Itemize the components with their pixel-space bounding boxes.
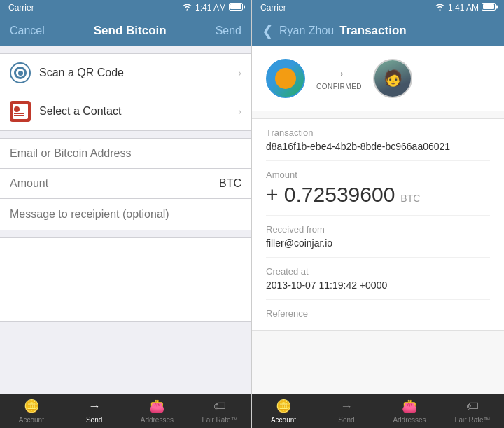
right-wifi-icon — [435, 3, 445, 13]
left-time: 1:41 AM — [195, 3, 226, 13]
fairrate-icon-right: 🏷 — [466, 399, 479, 414]
avatar-photo-inner: 🧑 — [374, 60, 411, 97]
send-icon-left: → — [88, 399, 101, 414]
tab-account-right-label: Account — [271, 416, 296, 424]
amount-value: + 0.72539600 — [266, 183, 395, 207]
tab-send-right[interactable]: → Send — [315, 394, 378, 428]
tab-addresses-left[interactable]: 👛 Addresses — [126, 394, 189, 428]
amount-input[interactable] — [10, 169, 219, 198]
scan-qr-item[interactable]: Scan a QR Code › — [0, 54, 251, 92]
contact-name-link[interactable]: Ryan Zhou — [279, 25, 334, 37]
send-button[interactable]: Send — [216, 25, 241, 37]
received-value: filler@coinjar.io — [266, 237, 490, 249]
amount-row-right: Amount + 0.72539600 BTC — [266, 161, 490, 216]
amount-row: BTC — [0, 169, 251, 199]
addresses-icon-right: 👛 — [402, 399, 417, 414]
tab-fairrate-left[interactable]: 🏷 Fair Rate™ — [188, 394, 251, 428]
right-nav-title: Transaction — [340, 24, 406, 38]
transaction-arrow: → — [333, 67, 346, 81]
account-icon-right: 🪙 — [276, 399, 291, 414]
tab-account-right[interactable]: 🪙 Account — [252, 394, 315, 428]
tab-send-left[interactable]: → Send — [63, 394, 126, 428]
fairrate-icon-left: 🏷 — [214, 399, 226, 414]
sender-avatar — [266, 59, 305, 98]
created-value: 2013-10-07 11:19:42 +0000 — [266, 279, 490, 291]
tab-fairrate-right[interactable]: 🏷 Fair Rate™ — [441, 394, 504, 428]
right-status-bar: Carrier 1:41 AM — [252, 0, 504, 15]
right-nav-bar: ❮ Ryan Zhou Transaction — [252, 15, 504, 46]
reference-label: Reference — [266, 308, 490, 319]
confirmed-label: CONFIRMED — [316, 83, 362, 90]
right-tab-bar: 🪙 Account → Send 👛 Addresses 🏷 Fair Rate… — [252, 394, 504, 428]
created-at-row: Created at 2013-10-07 11:19:42 +0000 — [266, 258, 490, 300]
reference-row: Reference — [266, 300, 490, 330]
account-icon: 🪙 — [24, 399, 39, 414]
transaction-label: Transaction — [266, 127, 490, 138]
message-input[interactable] — [0, 199, 251, 230]
tab-addresses-left-label: Addresses — [141, 416, 174, 424]
transaction-header: → CONFIRMED 🧑 — [252, 46, 504, 111]
left-panel: Carrier 1:41 AM Cancel Send Bitcoin Send — [0, 0, 252, 428]
confirmed-area: → CONFIRMED — [316, 67, 362, 90]
select-contact-item[interactable]: Select a Contact › — [0, 92, 251, 130]
tab-account-left[interactable]: 🪙 Account — [0, 394, 63, 428]
received-from-row: Received from filler@coinjar.io — [266, 216, 490, 258]
back-button[interactable]: ❮ — [262, 22, 274, 39]
cancel-button[interactable]: Cancel — [10, 25, 45, 37]
received-label: Received from — [266, 224, 490, 235]
transaction-id-row: Transaction d8a16f1b-ebe4-4b2b-8bde-bc96… — [266, 119, 490, 161]
created-label: Created at — [266, 266, 490, 277]
left-carrier: Carrier — [8, 3, 34, 13]
receiver-avatar: 🧑 — [373, 59, 412, 98]
select-contact-label: Select a Contact — [39, 105, 238, 118]
contact-icon — [10, 101, 31, 122]
scan-qr-label: Scan a QR Code — [39, 67, 238, 79]
avatar-inner — [275, 68, 296, 89]
right-panel: Carrier 1:41 AM ❮ Ryan Zhou Transaction — [252, 0, 504, 428]
amount-currency-right: BTC — [400, 193, 420, 204]
amount-label-right: Amount — [266, 170, 490, 180]
left-tab-bar: 🪙 Account → Send 👛 Addresses 🏷 Fair Rate… — [0, 394, 251, 428]
send-icon-right: → — [340, 399, 353, 414]
right-carrier: Carrier — [260, 3, 286, 13]
addresses-icon-left: 👛 — [149, 399, 164, 414]
right-battery-icon — [482, 3, 496, 13]
address-input[interactable] — [0, 139, 251, 169]
left-status-bar: Carrier 1:41 AM — [0, 0, 251, 15]
left-wifi-icon — [182, 3, 192, 13]
tab-send-right-label: Send — [338, 416, 354, 424]
currency-label: BTC — [219, 177, 241, 190]
right-time: 1:41 AM — [448, 3, 479, 13]
tab-account-left-label: Account — [19, 416, 44, 424]
amount-value-row: + 0.72539600 BTC — [266, 183, 490, 207]
contact-book-icon — [13, 104, 28, 119]
extra-area — [0, 237, 251, 322]
tab-send-left-label: Send — [86, 416, 102, 424]
details-block: Transaction d8a16f1b-ebe4-4b2b-8bde-bc96… — [252, 118, 504, 331]
left-nav-title: Send Bitcoin — [94, 24, 167, 38]
tab-addresses-right-label: Addresses — [393, 416, 426, 424]
tab-addresses-right[interactable]: 👛 Addresses — [378, 394, 441, 428]
qr-icon — [10, 62, 31, 83]
scan-qr-chevron: › — [238, 67, 241, 78]
select-contact-chevron: › — [238, 106, 241, 117]
transaction-id: d8a16f1b-ebe4-4b2b-8bde-bc966aa06021 — [266, 141, 490, 152]
tab-fairrate-right-label: Fair Rate™ — [454, 416, 490, 424]
tab-fairrate-left-label: Fair Rate™ — [202, 416, 238, 424]
left-battery-icon — [229, 3, 243, 13]
action-list: Scan a QR Code › Select a Contact › — [0, 53, 251, 131]
left-nav-bar: Cancel Send Bitcoin Send — [0, 15, 251, 46]
input-section: BTC — [0, 138, 251, 230]
